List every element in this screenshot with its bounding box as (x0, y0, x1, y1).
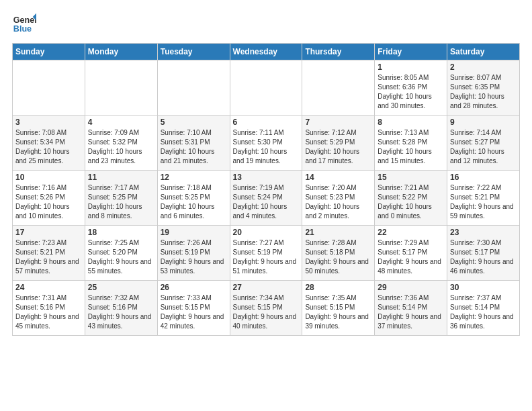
week-row-3: 10Sunrise: 7:16 AM Sunset: 5:26 PM Dayli… (13, 171, 520, 226)
day-cell: 24Sunrise: 7:31 AM Sunset: 5:16 PM Dayli… (13, 281, 85, 336)
col-header-monday: Monday (85, 44, 157, 60)
col-header-wednesday: Wednesday (230, 44, 302, 60)
day-number: 3 (15, 118, 82, 127)
logo: General Blue (12, 12, 36, 36)
day-info: Sunrise: 7:22 AM Sunset: 5:21 PM Dayligh… (450, 183, 517, 221)
day-number: 24 (15, 283, 82, 292)
day-info: Sunrise: 7:30 AM Sunset: 5:17 PM Dayligh… (450, 238, 517, 276)
day-cell: 2Sunrise: 8:07 AM Sunset: 6:35 PM Daylig… (447, 60, 520, 116)
day-cell: 27Sunrise: 7:34 AM Sunset: 5:15 PM Dayli… (230, 281, 302, 336)
day-info: Sunrise: 7:11 AM Sunset: 5:30 PM Dayligh… (233, 128, 300, 166)
day-cell: 6Sunrise: 7:11 AM Sunset: 5:30 PM Daylig… (230, 116, 302, 171)
day-cell: 10Sunrise: 7:16 AM Sunset: 5:26 PM Dayli… (13, 171, 85, 226)
day-info: Sunrise: 7:12 AM Sunset: 5:29 PM Dayligh… (305, 128, 371, 166)
day-number: 19 (161, 228, 227, 237)
day-info: Sunrise: 7:23 AM Sunset: 5:21 PM Dayligh… (15, 238, 82, 276)
day-number: 26 (161, 283, 227, 292)
day-cell: 18Sunrise: 7:25 AM Sunset: 5:20 PM Dayli… (85, 226, 157, 281)
day-cell (13, 60, 85, 116)
day-number: 11 (88, 173, 154, 182)
day-info: Sunrise: 8:07 AM Sunset: 6:35 PM Dayligh… (450, 73, 517, 111)
day-number: 13 (233, 173, 300, 182)
day-cell: 20Sunrise: 7:27 AM Sunset: 5:19 PM Dayli… (230, 226, 302, 281)
day-number: 7 (305, 118, 371, 127)
day-cell: 5Sunrise: 7:10 AM Sunset: 5:31 PM Daylig… (157, 116, 230, 171)
day-info: Sunrise: 7:18 AM Sunset: 5:25 PM Dayligh… (161, 183, 227, 221)
day-cell (302, 60, 375, 116)
day-info: Sunrise: 7:36 AM Sunset: 5:14 PM Dayligh… (378, 293, 444, 331)
day-cell (85, 60, 157, 116)
day-number: 17 (15, 228, 82, 237)
day-info: Sunrise: 7:08 AM Sunset: 5:34 PM Dayligh… (15, 128, 82, 166)
day-number: 12 (161, 173, 227, 182)
day-info: Sunrise: 7:17 AM Sunset: 5:25 PM Dayligh… (88, 183, 154, 221)
day-number: 27 (233, 283, 300, 292)
day-info: Sunrise: 7:25 AM Sunset: 5:20 PM Dayligh… (88, 238, 154, 276)
day-number: 1 (378, 62, 444, 72)
day-cell: 11Sunrise: 7:17 AM Sunset: 5:25 PM Dayli… (85, 171, 157, 226)
day-number: 29 (378, 283, 444, 292)
day-cell: 30Sunrise: 7:37 AM Sunset: 5:14 PM Dayli… (447, 281, 520, 336)
day-cell: 12Sunrise: 7:18 AM Sunset: 5:25 PM Dayli… (157, 171, 230, 226)
day-number: 4 (88, 118, 154, 127)
page: General Blue SundayMondayTuesdayWednesda… (0, 0, 532, 344)
day-info: Sunrise: 7:20 AM Sunset: 5:23 PM Dayligh… (305, 183, 371, 221)
col-header-saturday: Saturday (447, 44, 520, 60)
day-number: 23 (450, 228, 517, 237)
day-number: 28 (305, 283, 371, 292)
day-number: 20 (233, 228, 300, 237)
logo-icon: General Blue (12, 12, 36, 36)
day-info: Sunrise: 7:26 AM Sunset: 5:19 PM Dayligh… (161, 238, 227, 276)
day-info: Sunrise: 7:27 AM Sunset: 5:19 PM Dayligh… (233, 238, 300, 276)
col-header-friday: Friday (375, 44, 447, 60)
day-cell: 9Sunrise: 7:14 AM Sunset: 5:27 PM Daylig… (447, 116, 520, 171)
day-info: Sunrise: 7:21 AM Sunset: 5:22 PM Dayligh… (378, 183, 444, 221)
day-number: 6 (233, 118, 300, 127)
day-info: Sunrise: 7:37 AM Sunset: 5:14 PM Dayligh… (450, 293, 517, 331)
day-info: Sunrise: 7:09 AM Sunset: 5:32 PM Dayligh… (88, 128, 154, 166)
day-number: 18 (88, 228, 154, 237)
day-cell: 13Sunrise: 7:19 AM Sunset: 5:24 PM Dayli… (230, 171, 302, 226)
day-cell: 22Sunrise: 7:29 AM Sunset: 5:17 PM Dayli… (375, 226, 447, 281)
day-cell: 3Sunrise: 7:08 AM Sunset: 5:34 PM Daylig… (13, 116, 85, 171)
day-number: 5 (161, 118, 227, 127)
day-number: 30 (450, 283, 517, 292)
day-number: 25 (88, 283, 154, 292)
day-cell (157, 60, 230, 116)
day-number: 15 (378, 173, 444, 182)
day-info: Sunrise: 7:31 AM Sunset: 5:16 PM Dayligh… (15, 293, 82, 331)
col-header-tuesday: Tuesday (157, 44, 230, 60)
day-info: Sunrise: 7:19 AM Sunset: 5:24 PM Dayligh… (233, 183, 300, 221)
day-cell: 14Sunrise: 7:20 AM Sunset: 5:23 PM Dayli… (302, 171, 375, 226)
day-cell: 29Sunrise: 7:36 AM Sunset: 5:14 PM Dayli… (375, 281, 447, 336)
day-cell: 17Sunrise: 7:23 AM Sunset: 5:21 PM Dayli… (13, 226, 85, 281)
day-cell: 28Sunrise: 7:35 AM Sunset: 5:15 PM Dayli… (302, 281, 375, 336)
day-cell: 25Sunrise: 7:32 AM Sunset: 5:16 PM Dayli… (85, 281, 157, 336)
day-number: 8 (378, 118, 444, 127)
day-cell: 16Sunrise: 7:22 AM Sunset: 5:21 PM Dayli… (447, 171, 520, 226)
day-cell (230, 60, 302, 116)
day-info: Sunrise: 7:35 AM Sunset: 5:15 PM Dayligh… (305, 293, 371, 331)
col-header-sunday: Sunday (13, 44, 85, 60)
day-cell: 1Sunrise: 8:05 AM Sunset: 6:36 PM Daylig… (375, 60, 447, 116)
week-row-2: 3Sunrise: 7:08 AM Sunset: 5:34 PM Daylig… (13, 116, 520, 171)
day-cell: 26Sunrise: 7:33 AM Sunset: 5:15 PM Dayli… (157, 281, 230, 336)
day-info: Sunrise: 7:33 AM Sunset: 5:15 PM Dayligh… (161, 293, 227, 331)
day-number: 14 (305, 173, 371, 182)
day-number: 21 (305, 228, 371, 237)
day-cell: 23Sunrise: 7:30 AM Sunset: 5:17 PM Dayli… (447, 226, 520, 281)
svg-text:Blue: Blue (13, 24, 32, 34)
day-info: Sunrise: 7:13 AM Sunset: 5:28 PM Dayligh… (378, 128, 444, 166)
week-row-4: 17Sunrise: 7:23 AM Sunset: 5:21 PM Dayli… (13, 226, 520, 281)
day-cell: 7Sunrise: 7:12 AM Sunset: 5:29 PM Daylig… (302, 116, 375, 171)
day-number: 9 (450, 118, 517, 127)
day-cell: 4Sunrise: 7:09 AM Sunset: 5:32 PM Daylig… (85, 116, 157, 171)
day-info: Sunrise: 7:28 AM Sunset: 5:18 PM Dayligh… (305, 238, 371, 276)
header-row: SundayMondayTuesdayWednesdayThursdayFrid… (13, 44, 520, 60)
day-info: Sunrise: 8:05 AM Sunset: 6:36 PM Dayligh… (378, 73, 444, 111)
day-cell: 15Sunrise: 7:21 AM Sunset: 5:22 PM Dayli… (375, 171, 447, 226)
day-info: Sunrise: 7:29 AM Sunset: 5:17 PM Dayligh… (378, 238, 444, 276)
day-number: 22 (378, 228, 444, 237)
week-row-5: 24Sunrise: 7:31 AM Sunset: 5:16 PM Dayli… (13, 281, 520, 336)
week-row-1: 1Sunrise: 8:05 AM Sunset: 6:36 PM Daylig… (13, 60, 520, 116)
